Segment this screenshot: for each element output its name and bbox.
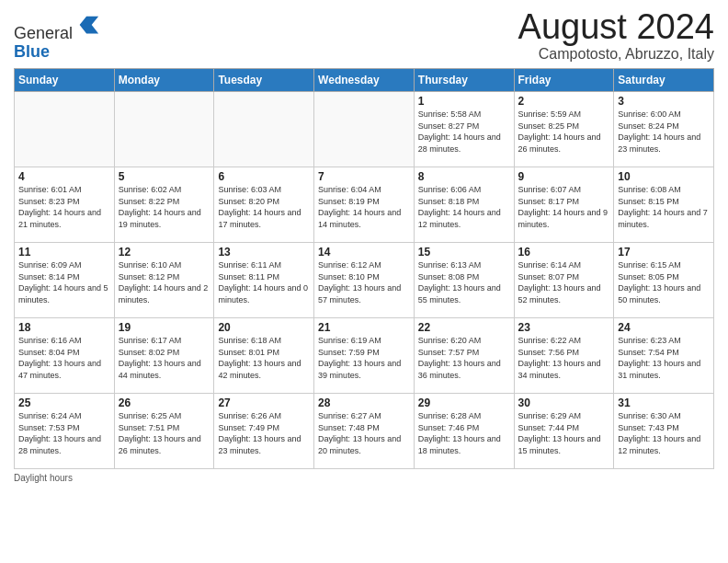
calendar-week-row: 18Sunrise: 6:16 AMSunset: 8:04 PMDayligh…: [15, 318, 714, 394]
calendar-body: 1Sunrise: 5:58 AMSunset: 8:27 PMDaylight…: [15, 92, 714, 469]
day-number: 18: [18, 321, 110, 334]
calendar-day-cell: 1Sunrise: 5:58 AMSunset: 8:27 PMDaylight…: [414, 92, 514, 167]
day-info: Sunrise: 6:04 AMSunset: 8:19 PMDaylight:…: [318, 184, 410, 230]
title-block: August 2024 Campotosto, Abruzzo, Italy: [518, 9, 714, 63]
day-info: Sunrise: 6:17 AMSunset: 8:02 PMDaylight:…: [119, 335, 210, 381]
calendar-day-cell: 18Sunrise: 6:16 AMSunset: 8:04 PMDayligh…: [15, 318, 115, 394]
day-info: Sunrise: 5:58 AMSunset: 8:27 PMDaylight:…: [418, 109, 510, 155]
day-info: Sunrise: 6:10 AMSunset: 8:12 PMDaylight:…: [119, 259, 210, 305]
day-number: 11: [18, 246, 110, 259]
day-info: Sunrise: 6:00 AMSunset: 8:24 PMDaylight:…: [618, 109, 710, 155]
day-number: 15: [418, 246, 510, 259]
day-number: 29: [418, 396, 510, 409]
weekday-header-tuesday: Tuesday: [214, 69, 314, 92]
day-info: Sunrise: 6:26 AMSunset: 7:49 PMDaylight:…: [218, 410, 310, 456]
day-info: Sunrise: 6:03 AMSunset: 8:20 PMDaylight:…: [218, 184, 310, 230]
day-info: Sunrise: 6:11 AMSunset: 8:11 PMDaylight:…: [218, 259, 310, 305]
day-number: 9: [518, 170, 610, 183]
day-number: 14: [318, 246, 410, 259]
calendar-day-cell: [15, 92, 115, 167]
calendar-day-cell: 11Sunrise: 6:09 AMSunset: 8:14 PMDayligh…: [15, 243, 115, 318]
calendar-day-cell: 15Sunrise: 6:13 AMSunset: 8:08 PMDayligh…: [414, 243, 514, 318]
day-number: 7: [318, 170, 410, 183]
calendar-header: SundayMondayTuesdayWednesdayThursdayFrid…: [15, 69, 714, 92]
day-number: 30: [518, 396, 610, 409]
logo-general: General: [14, 24, 73, 42]
day-info: Sunrise: 5:59 AMSunset: 8:25 PMDaylight:…: [518, 109, 610, 155]
day-info: Sunrise: 6:30 AMSunset: 7:43 PMDaylight:…: [618, 410, 710, 456]
day-info: Sunrise: 6:24 AMSunset: 7:53 PMDaylight:…: [18, 410, 110, 456]
day-info: Sunrise: 6:29 AMSunset: 7:44 PMDaylight:…: [518, 410, 610, 456]
calendar-day-cell: 2Sunrise: 5:59 AMSunset: 8:25 PMDaylight…: [514, 92, 614, 167]
day-number: 24: [618, 321, 710, 334]
calendar-day-cell: 10Sunrise: 6:08 AMSunset: 8:15 PMDayligh…: [614, 167, 714, 243]
calendar-day-cell: 22Sunrise: 6:20 AMSunset: 7:57 PMDayligh…: [414, 318, 514, 394]
calendar-day-cell: 3Sunrise: 6:00 AMSunset: 8:24 PMDaylight…: [614, 92, 714, 167]
logo-flag-icon: [74, 13, 100, 39]
day-info: Sunrise: 6:22 AMSunset: 7:56 PMDaylight:…: [518, 335, 610, 381]
day-number: 8: [418, 170, 510, 183]
day-info: Sunrise: 6:14 AMSunset: 8:07 PMDaylight:…: [518, 259, 610, 305]
day-info: Sunrise: 6:27 AMSunset: 7:48 PMDaylight:…: [318, 410, 410, 456]
calendar-day-cell: 4Sunrise: 6:01 AMSunset: 8:23 PMDaylight…: [15, 167, 115, 243]
day-info: Sunrise: 6:18 AMSunset: 8:01 PMDaylight:…: [218, 335, 310, 381]
weekday-header-row: SundayMondayTuesdayWednesdayThursdayFrid…: [15, 69, 714, 92]
day-number: 26: [119, 396, 210, 409]
weekday-header-wednesday: Wednesday: [314, 69, 415, 92]
day-number: 3: [618, 95, 710, 108]
logo-blue: Blue: [14, 42, 50, 61]
calendar-day-cell: [214, 92, 314, 167]
day-info: Sunrise: 6:23 AMSunset: 7:54 PMDaylight:…: [618, 335, 710, 381]
calendar-week-row: 25Sunrise: 6:24 AMSunset: 7:53 PMDayligh…: [15, 394, 714, 469]
day-number: 31: [618, 396, 710, 409]
calendar-day-cell: 9Sunrise: 6:07 AMSunset: 8:17 PMDaylight…: [514, 167, 614, 243]
day-info: Sunrise: 6:12 AMSunset: 8:10 PMDaylight:…: [318, 259, 410, 305]
day-info: Sunrise: 6:01 AMSunset: 8:23 PMDaylight:…: [18, 184, 110, 230]
logo-text-block: General Blue: [14, 13, 100, 62]
day-info: Sunrise: 6:19 AMSunset: 7:59 PMDaylight:…: [318, 335, 410, 381]
day-info: Sunrise: 6:25 AMSunset: 7:51 PMDaylight:…: [119, 410, 210, 456]
day-info: Sunrise: 6:13 AMSunset: 8:08 PMDaylight:…: [418, 259, 510, 305]
calendar-day-cell: 8Sunrise: 6:06 AMSunset: 8:18 PMDaylight…: [414, 167, 514, 243]
calendar-week-row: 4Sunrise: 6:01 AMSunset: 8:23 PMDaylight…: [15, 167, 714, 243]
calendar-day-cell: 28Sunrise: 6:27 AMSunset: 7:48 PMDayligh…: [314, 394, 415, 469]
day-info: Sunrise: 6:09 AMSunset: 8:14 PMDaylight:…: [18, 259, 110, 305]
day-number: 13: [218, 246, 310, 259]
calendar-day-cell: 23Sunrise: 6:22 AMSunset: 7:56 PMDayligh…: [514, 318, 614, 394]
day-info: Sunrise: 6:07 AMSunset: 8:17 PMDaylight:…: [518, 184, 610, 230]
calendar-day-cell: 27Sunrise: 6:26 AMSunset: 7:49 PMDayligh…: [214, 394, 314, 469]
logo: General Blue: [14, 13, 100, 62]
day-number: 17: [618, 246, 710, 259]
calendar-day-cell: [114, 92, 214, 167]
day-number: 4: [18, 170, 110, 183]
calendar-week-row: 1Sunrise: 5:58 AMSunset: 8:27 PMDaylight…: [15, 92, 714, 167]
day-number: 6: [218, 170, 310, 183]
calendar-day-cell: 7Sunrise: 6:04 AMSunset: 8:19 PMDaylight…: [314, 167, 415, 243]
day-number: 16: [518, 246, 610, 259]
page: General Blue August 2024 Campotosto, Abr…: [0, 0, 728, 563]
calendar-day-cell: 19Sunrise: 6:17 AMSunset: 8:02 PMDayligh…: [114, 318, 214, 394]
day-info: Sunrise: 6:20 AMSunset: 7:57 PMDaylight:…: [418, 335, 510, 381]
day-info: Sunrise: 6:15 AMSunset: 8:05 PMDaylight:…: [618, 259, 710, 305]
calendar-week-row: 11Sunrise: 6:09 AMSunset: 8:14 PMDayligh…: [15, 243, 714, 318]
calendar-day-cell: 14Sunrise: 6:12 AMSunset: 8:10 PMDayligh…: [314, 243, 415, 318]
calendar-day-cell: [314, 92, 415, 167]
day-number: 1: [418, 95, 510, 108]
header: General Blue August 2024 Campotosto, Abr…: [14, 9, 714, 63]
weekday-header-monday: Monday: [114, 69, 214, 92]
calendar-table: SundayMondayTuesdayWednesdayThursdayFrid…: [14, 68, 714, 469]
calendar-day-cell: 20Sunrise: 6:18 AMSunset: 8:01 PMDayligh…: [214, 318, 314, 394]
day-info: Sunrise: 6:28 AMSunset: 7:46 PMDaylight:…: [418, 410, 510, 456]
calendar-day-cell: 26Sunrise: 6:25 AMSunset: 7:51 PMDayligh…: [114, 394, 214, 469]
day-number: 20: [218, 321, 310, 334]
weekday-header-thursday: Thursday: [414, 69, 514, 92]
day-number: 25: [18, 396, 110, 409]
weekday-header-friday: Friday: [514, 69, 614, 92]
day-number: 28: [318, 396, 410, 409]
day-number: 21: [318, 321, 410, 334]
day-info: Sunrise: 6:02 AMSunset: 8:22 PMDaylight:…: [119, 184, 210, 230]
calendar-day-cell: 16Sunrise: 6:14 AMSunset: 8:07 PMDayligh…: [514, 243, 614, 318]
day-info: Sunrise: 6:08 AMSunset: 8:15 PMDaylight:…: [618, 184, 710, 230]
calendar-day-cell: 31Sunrise: 6:30 AMSunset: 7:43 PMDayligh…: [614, 394, 714, 469]
calendar-day-cell: 21Sunrise: 6:19 AMSunset: 7:59 PMDayligh…: [314, 318, 415, 394]
